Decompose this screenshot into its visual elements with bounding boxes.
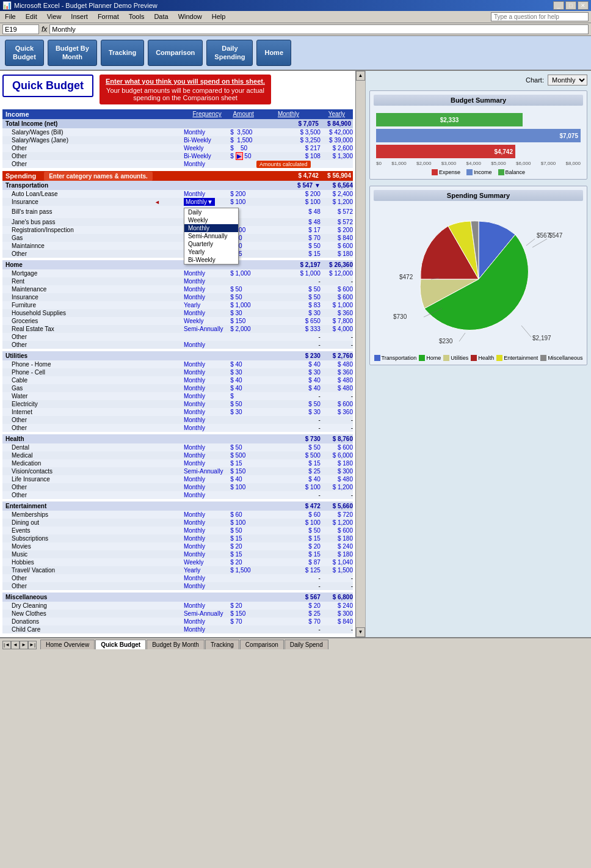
menu-window[interactable]: Window [176, 12, 205, 21]
frequency-col-header: Frequency [184, 109, 230, 119]
income-item-row: Other Bi-Weekly $ ▶ 50 $ 108 $ 1,300 [2, 152, 353, 160]
menu-insert[interactable]: Insert [68, 12, 90, 21]
legend-balance-color [498, 169, 504, 175]
home-item: Real Estate TaxSemi-Annually$ 2,000$ 333… [2, 325, 353, 333]
menu-edit[interactable]: Edit [23, 12, 40, 21]
transportation-row: Transportation $ 547 ▼ $ 6,564 [2, 181, 353, 190]
spreadsheet-area: Quick Budget Enter what you think you wi… [0, 71, 355, 637]
tracking-button[interactable]: Tracking [101, 40, 144, 66]
sheet-tab-quick-budget[interactable]: Quick Budget [95, 640, 146, 649]
sheet-tab-budget-by-month[interactable]: Budget By Month [147, 640, 205, 649]
minimize-button[interactable]: _ [553, 1, 564, 10]
menu-data[interactable]: Data [151, 12, 170, 21]
utilities-item: WaterMonthly$-- [2, 392, 353, 400]
help-search[interactable] [491, 12, 589, 21]
health-yearly: $ 8,760 [321, 434, 353, 443]
health-item: Vision/contactsSemi-Annually$ 150$ 25$ 3… [2, 467, 353, 475]
utilities-item: Phone - HomeMonthly$ 40$ 40$ 480 [2, 360, 353, 368]
sheet-tab-tracking[interactable]: Tracking [205, 640, 239, 649]
pie-legend-miscellaneous: Miscellaneous [540, 355, 582, 361]
entertainment-monthly: $ 472 [256, 501, 321, 511]
dropdown-quarterly[interactable]: Quarterly [184, 240, 238, 248]
misc-yearly: $ 6,800 [321, 593, 353, 602]
comparison-button[interactable]: Comparison [148, 40, 203, 66]
close-button[interactable]: ✕ [578, 1, 589, 10]
home-item: OtherMonthly-- [2, 341, 353, 349]
utilities-monthly: $ 230 [256, 351, 321, 360]
tab-first-button[interactable]: |◄ [2, 641, 11, 649]
transport-item: Gas Quarterly $ 70 $ 70 $ 840 [2, 234, 353, 242]
sheet-tab-comparison[interactable]: Comparison [240, 640, 284, 649]
vertical-scrollbar[interactable]: ▲ ▼ [355, 71, 365, 637]
quick-budget-button[interactable]: QuickBudget [5, 40, 44, 66]
transportation-label: Transportation [2, 181, 184, 190]
menu-view[interactable]: View [45, 12, 64, 21]
fx-label: fx [42, 25, 47, 34]
charts-panel: Chart: Monthly Yearly Budget Summary $2,… [365, 71, 591, 637]
window-title: Microsoft Excel - Budget Planner Demo Pr… [14, 2, 158, 9]
health-item: OtherMonthly$ 100$ 100$ 1,200 [2, 483, 353, 491]
entertainment-item: SubscriptionsMonthly$ 15$ 15$ 180 [2, 534, 353, 542]
pie-legend-transportation: Transportation [374, 355, 417, 361]
scroll-down-button[interactable]: ▼ [356, 627, 365, 637]
pie-line-2197 [521, 326, 531, 337]
home-button[interactable]: Home [256, 40, 291, 66]
formula-input[interactable] [49, 24, 589, 34]
total-income-row: Total Income (net) $ 7,075 $ 84,900 [2, 119, 353, 128]
income-header-row: Income Frequency Amount Monthly Yearly [2, 109, 353, 119]
instruction-box: Enter what you think you will spend on t… [100, 75, 271, 104]
utilities-item: InternetMonthly$ 30$ 30$ 360 [2, 408, 353, 416]
entertainment-cat-row: Entertainment $ 472 $ 5,660 [2, 501, 353, 511]
menu-bar: File Edit View Insert Format Tools Data … [0, 11, 591, 23]
dropdown-weekly[interactable]: Weekly [184, 216, 238, 224]
legend-expense-color [432, 169, 438, 175]
sheet-tab-home-overview[interactable]: Home Overview [40, 640, 95, 649]
transport-item: Bill's train pass Daily 22 $ 48 $ 572 [2, 206, 353, 218]
spending-summary-chart: Spending Summary [369, 186, 587, 365]
dropdown-semi-annually[interactable]: Semi-Annually [184, 232, 238, 240]
menu-file[interactable]: File [2, 12, 18, 21]
dropdown-monthly[interactable]: Monthly [184, 224, 238, 232]
tab-prev-button[interactable]: ◄ [11, 641, 20, 649]
maximize-button[interactable]: □ [565, 1, 576, 10]
daily-spending-button[interactable]: DailySpending [206, 40, 253, 66]
sheet-tab-daily-spend[interactable]: Daily Spend [285, 640, 328, 649]
entertainment-item: OtherMonthly-- [2, 582, 353, 590]
tab-next-button[interactable]: ► [20, 641, 28, 649]
total-spending-monthly: $ 4,742 [256, 171, 321, 181]
home-monthly: $ 2,197 [256, 260, 321, 269]
home-item: Other-- [2, 333, 353, 341]
chart-type-select[interactable]: Monthly Yearly [548, 75, 587, 86]
legend-expense: Expense [432, 169, 460, 175]
qb-logo: Quick Budget [2, 75, 93, 97]
utilities-cat-row: Utilities $ 230 $ 2,760 [2, 351, 353, 360]
transportation-monthly: $ 547 ▼ [256, 181, 321, 190]
total-income-label: Total Income (net) [2, 119, 184, 128]
income-item-row: Other Monthly Amounts calculated [2, 160, 353, 168]
menu-tools[interactable]: Tools [126, 12, 147, 21]
scroll-up-button[interactable]: ▲ [356, 71, 365, 81]
bar-expense-label: $4,742 [494, 148, 513, 155]
chart-selector-row: Chart: Monthly Yearly [369, 75, 587, 86]
instruction-line1: Enter what you think you will spend on t… [106, 78, 265, 85]
scroll-track[interactable] [356, 81, 365, 627]
quick-budget-header: Quick Budget Enter what you think you wi… [2, 75, 353, 104]
budget-by-month-button[interactable]: Budget ByMonth [48, 40, 97, 66]
utilities-item: OtherMonthly-- [2, 416, 353, 424]
income-label: Income [2, 109, 184, 119]
dropdown-bi-weekly[interactable]: Bi-Weekly [184, 256, 238, 264]
chart-label: Chart: [526, 76, 544, 84]
tab-bar: |◄ ◄ ► ►| Home Overview Quick Budget Bud… [0, 637, 591, 649]
utilities-item: GasMonthly$ 40$ 40$ 480 [2, 384, 353, 392]
dropdown-yearly[interactable]: Yearly [184, 248, 238, 256]
bar-chart-area: $2,333 $7,075 $4,742 [374, 111, 583, 175]
dropdown-daily[interactable]: Daily [184, 208, 238, 216]
instruction-line3: spending on the Comparison sheet [106, 94, 265, 101]
frequency-dropdown[interactable]: Daily Weekly Monthly Semi-Annually Quart… [184, 208, 239, 264]
menu-help[interactable]: Help [209, 12, 228, 21]
menu-format[interactable]: Format [95, 12, 121, 21]
tab-last-button[interactable]: ►| [28, 641, 37, 649]
home-item: Household SuppliesMonthly$ 30$ 30$ 360 [2, 309, 353, 317]
pie-chart-wrapper: $567 $547 $472 $730 $230 $2,197 [375, 206, 582, 352]
cell-reference[interactable] [2, 24, 39, 34]
